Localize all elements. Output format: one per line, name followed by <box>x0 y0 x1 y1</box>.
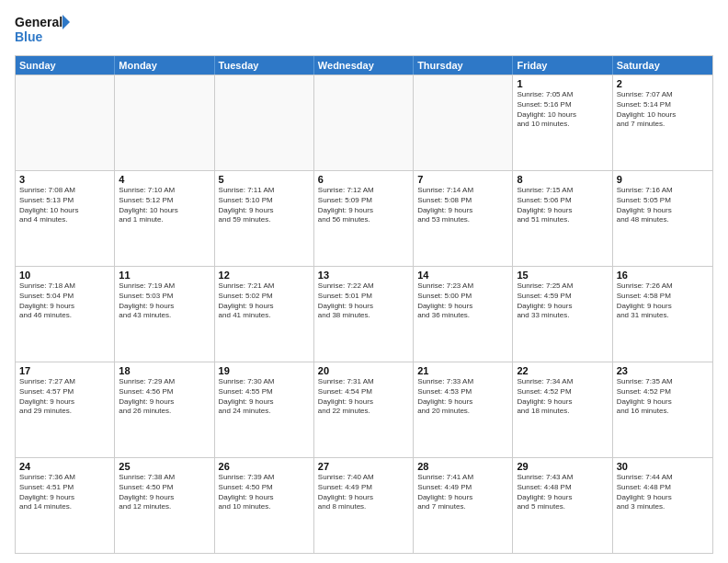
day-number: 12 <box>219 270 310 281</box>
day-info: Sunrise: 7:36 AM Sunset: 4:51 PM Dayligh… <box>19 473 110 512</box>
day-info: Sunrise: 7:44 AM Sunset: 4:48 PM Dayligh… <box>617 473 709 512</box>
day-number: 16 <box>617 270 709 281</box>
day-cell-13: 13Sunrise: 7:22 AM Sunset: 5:01 PM Dayli… <box>314 267 414 362</box>
day-info: Sunrise: 7:15 AM Sunset: 5:06 PM Dayligh… <box>517 186 608 225</box>
day-info: Sunrise: 7:18 AM Sunset: 5:04 PM Dayligh… <box>19 282 110 321</box>
day-info: Sunrise: 7:22 AM Sunset: 5:01 PM Dayligh… <box>318 282 409 321</box>
day-cell-3: 3Sunrise: 7:08 AM Sunset: 5:13 PM Daylig… <box>16 171 115 266</box>
day-info: Sunrise: 7:05 AM Sunset: 5:16 PM Dayligh… <box>517 90 608 130</box>
day-info: Sunrise: 7:23 AM Sunset: 5:00 PM Dayligh… <box>417 282 508 321</box>
day-number: 6 <box>318 174 409 185</box>
day-info: Sunrise: 7:08 AM Sunset: 5:13 PM Dayligh… <box>19 186 110 225</box>
day-number: 17 <box>19 365 110 376</box>
header: General Blue <box>15 11 713 48</box>
day-info: Sunrise: 7:12 AM Sunset: 5:09 PM Dayligh… <box>318 186 409 225</box>
day-number: 14 <box>417 270 508 281</box>
day-cell-16: 16Sunrise: 7:26 AM Sunset: 4:58 PM Dayli… <box>613 267 712 362</box>
day-info: Sunrise: 7:14 AM Sunset: 5:08 PM Dayligh… <box>417 186 508 225</box>
day-number: 7 <box>417 174 508 185</box>
day-cell-15: 15Sunrise: 7:25 AM Sunset: 4:59 PM Dayli… <box>513 267 612 362</box>
day-cell-9: 9Sunrise: 7:16 AM Sunset: 5:05 PM Daylig… <box>613 171 712 266</box>
day-info: Sunrise: 7:16 AM Sunset: 5:05 PM Dayligh… <box>617 186 709 225</box>
day-number: 28 <box>417 461 508 472</box>
day-number: 3 <box>19 174 110 185</box>
day-number: 21 <box>417 365 508 376</box>
day-number: 9 <box>617 174 709 185</box>
day-cell-14: 14Sunrise: 7:23 AM Sunset: 5:00 PM Dayli… <box>414 267 513 362</box>
weekday-header-friday: Friday <box>513 56 612 75</box>
day-info: Sunrise: 7:07 AM Sunset: 5:14 PM Dayligh… <box>617 90 709 130</box>
calendar-header: SundayMondayTuesdayWednesdayThursdayFrid… <box>16 56 712 75</box>
week-row-1: 1Sunrise: 7:05 AM Sunset: 5:16 PM Daylig… <box>16 75 712 170</box>
day-number: 19 <box>219 365 310 376</box>
day-cell-21: 21Sunrise: 7:33 AM Sunset: 4:53 PM Dayli… <box>414 362 513 457</box>
day-cell-25: 25Sunrise: 7:38 AM Sunset: 4:50 PM Dayli… <box>115 458 214 553</box>
day-cell-27: 27Sunrise: 7:40 AM Sunset: 4:49 PM Dayli… <box>314 458 414 553</box>
weekday-header-saturday: Saturday <box>613 56 712 75</box>
day-cell-22: 22Sunrise: 7:34 AM Sunset: 4:52 PM Dayli… <box>513 362 612 457</box>
weekday-header-tuesday: Tuesday <box>215 56 314 75</box>
week-row-5: 24Sunrise: 7:36 AM Sunset: 4:51 PM Dayli… <box>16 457 712 553</box>
day-number: 5 <box>219 174 310 185</box>
svg-text:General: General <box>15 15 63 29</box>
day-cell-4: 4Sunrise: 7:10 AM Sunset: 5:12 PM Daylig… <box>115 171 214 266</box>
week-row-2: 3Sunrise: 7:08 AM Sunset: 5:13 PM Daylig… <box>16 170 712 266</box>
day-info: Sunrise: 7:39 AM Sunset: 4:50 PM Dayligh… <box>219 473 310 512</box>
day-info: Sunrise: 7:40 AM Sunset: 4:49 PM Dayligh… <box>318 473 409 512</box>
day-cell-1: 1Sunrise: 7:05 AM Sunset: 5:16 PM Daylig… <box>513 75 612 170</box>
svg-text:Blue: Blue <box>15 29 43 44</box>
day-cell-empty-0-0 <box>16 75 115 170</box>
day-cell-29: 29Sunrise: 7:43 AM Sunset: 4:48 PM Dayli… <box>513 458 612 553</box>
day-cell-23: 23Sunrise: 7:35 AM Sunset: 4:52 PM Dayli… <box>613 362 712 457</box>
day-info: Sunrise: 7:19 AM Sunset: 5:03 PM Dayligh… <box>119 282 210 321</box>
day-info: Sunrise: 7:34 AM Sunset: 4:52 PM Dayligh… <box>517 377 608 417</box>
day-number: 4 <box>119 174 210 185</box>
day-info: Sunrise: 7:10 AM Sunset: 5:12 PM Dayligh… <box>119 186 210 225</box>
day-cell-20: 20Sunrise: 7:31 AM Sunset: 4:54 PM Dayli… <box>314 362 414 457</box>
day-info: Sunrise: 7:33 AM Sunset: 4:53 PM Dayligh… <box>417 377 508 417</box>
day-info: Sunrise: 7:35 AM Sunset: 4:52 PM Dayligh… <box>617 377 709 417</box>
day-number: 2 <box>617 78 709 89</box>
logo: General Blue <box>15 11 70 48</box>
calendar: SundayMondayTuesdayWednesdayThursdayFrid… <box>15 55 713 554</box>
day-info: Sunrise: 7:25 AM Sunset: 4:59 PM Dayligh… <box>517 282 608 321</box>
day-cell-12: 12Sunrise: 7:21 AM Sunset: 5:02 PM Dayli… <box>215 267 314 362</box>
logo-svg: General Blue <box>15 11 70 48</box>
day-number: 24 <box>19 461 110 472</box>
day-number: 30 <box>617 461 709 472</box>
day-cell-28: 28Sunrise: 7:41 AM Sunset: 4:49 PM Dayli… <box>414 458 513 553</box>
day-cell-6: 6Sunrise: 7:12 AM Sunset: 5:09 PM Daylig… <box>314 171 414 266</box>
calendar-body: 1Sunrise: 7:05 AM Sunset: 5:16 PM Daylig… <box>16 75 712 553</box>
day-cell-11: 11Sunrise: 7:19 AM Sunset: 5:03 PM Dayli… <box>115 267 214 362</box>
day-cell-5: 5Sunrise: 7:11 AM Sunset: 5:10 PM Daylig… <box>215 171 314 266</box>
day-cell-empty-0-4 <box>414 75 513 170</box>
day-number: 29 <box>517 461 608 472</box>
page: General Blue SundayMondayTuesdayWednesda… <box>0 0 728 563</box>
day-number: 22 <box>517 365 608 376</box>
day-info: Sunrise: 7:29 AM Sunset: 4:56 PM Dayligh… <box>119 377 210 417</box>
week-row-3: 10Sunrise: 7:18 AM Sunset: 5:04 PM Dayli… <box>16 266 712 362</box>
day-cell-18: 18Sunrise: 7:29 AM Sunset: 4:56 PM Dayli… <box>115 362 214 457</box>
weekday-header-wednesday: Wednesday <box>314 56 414 75</box>
day-cell-24: 24Sunrise: 7:36 AM Sunset: 4:51 PM Dayli… <box>16 458 115 553</box>
weekday-header-sunday: Sunday <box>16 56 115 75</box>
day-info: Sunrise: 7:31 AM Sunset: 4:54 PM Dayligh… <box>318 377 409 417</box>
day-number: 18 <box>119 365 210 376</box>
day-info: Sunrise: 7:43 AM Sunset: 4:48 PM Dayligh… <box>517 473 608 512</box>
weekday-header-thursday: Thursday <box>414 56 513 75</box>
day-number: 8 <box>517 174 608 185</box>
day-number: 10 <box>19 270 110 281</box>
day-number: 26 <box>219 461 310 472</box>
day-number: 23 <box>617 365 709 376</box>
day-cell-7: 7Sunrise: 7:14 AM Sunset: 5:08 PM Daylig… <box>414 171 513 266</box>
day-cell-17: 17Sunrise: 7:27 AM Sunset: 4:57 PM Dayli… <box>16 362 115 457</box>
day-cell-8: 8Sunrise: 7:15 AM Sunset: 5:06 PM Daylig… <box>513 171 612 266</box>
day-info: Sunrise: 7:26 AM Sunset: 4:58 PM Dayligh… <box>617 282 709 321</box>
day-cell-empty-0-2 <box>215 75 314 170</box>
day-info: Sunrise: 7:27 AM Sunset: 4:57 PM Dayligh… <box>19 377 110 417</box>
day-number: 15 <box>517 270 608 281</box>
day-info: Sunrise: 7:41 AM Sunset: 4:49 PM Dayligh… <box>417 473 508 512</box>
day-number: 13 <box>318 270 409 281</box>
day-cell-2: 2Sunrise: 7:07 AM Sunset: 5:14 PM Daylig… <box>613 75 712 170</box>
day-number: 1 <box>517 78 608 89</box>
